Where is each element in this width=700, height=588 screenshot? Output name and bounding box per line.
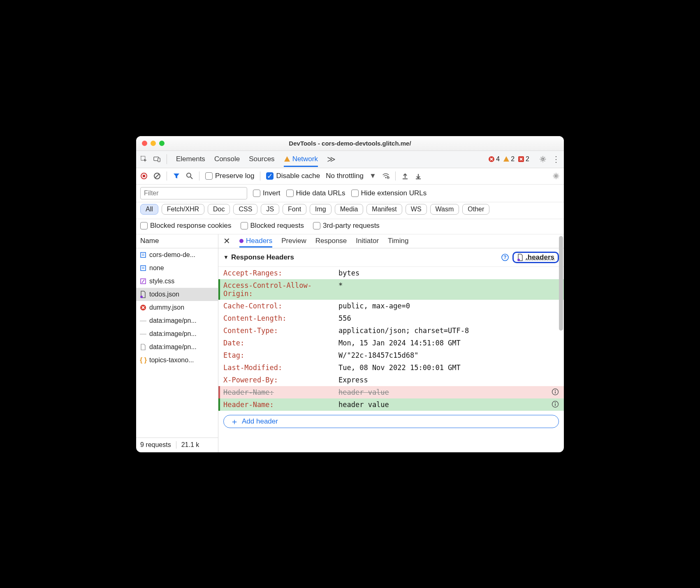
filter-pill-js[interactable]: JS [261, 204, 279, 215]
header-value: W/"22c-18457c15d68" [338, 351, 559, 359]
detail-tabs: ✕ Headers Preview Response Initiator Tim… [218, 234, 564, 248]
disable-cache-checkbox[interactable]: ✓Disable cache [266, 172, 320, 180]
request-row[interactable]: { }topics-taxono... [136, 354, 218, 367]
invert-checkbox[interactable]: Invert [253, 189, 280, 197]
info-icon[interactable] [552, 400, 559, 409]
request-count: 9 requests [140, 441, 171, 449]
tab-preview[interactable]: Preview [281, 237, 306, 245]
filter-input[interactable] [140, 187, 247, 199]
tab-console[interactable]: Console [214, 154, 240, 164]
tab-initiator[interactable]: Initiator [356, 237, 379, 245]
close-window[interactable] [142, 141, 147, 146]
svg-line-11 [190, 177, 192, 179]
request-row[interactable]: none [136, 262, 218, 275]
add-header-button[interactable]: ＋ Add header [223, 415, 559, 428]
scrollbar[interactable] [559, 236, 563, 331]
throttling-select[interactable]: No throttling [326, 172, 364, 180]
wifi-icon[interactable] [382, 172, 389, 180]
request-list: cors-demo-de...nonestyle.csstodos.jsondu… [136, 248, 218, 438]
svg-point-16 [555, 175, 557, 177]
svg-point-5 [542, 158, 544, 160]
header-value: public, max-age=0 [338, 302, 559, 310]
request-row[interactable]: —data:image/pn... [136, 327, 218, 340]
header-name: Content-Length: [223, 314, 338, 322]
response-headers-section[interactable]: ▼ Response Headers ? .headers [218, 248, 564, 267]
minimize-window[interactable] [151, 141, 156, 146]
tab-sources[interactable]: Sources [249, 154, 274, 164]
download-icon[interactable] [415, 172, 422, 180]
tab-network[interactable]: Network [284, 154, 318, 167]
info-icon[interactable] [552, 388, 559, 396]
svg-rect-2 [158, 158, 160, 162]
zoom-window[interactable] [159, 141, 165, 146]
main-toolbar: Elements Console Sources Network ≫ 4 2 2… [136, 151, 564, 168]
search-icon[interactable] [186, 172, 193, 180]
blocked-cookies-checkbox[interactable]: Blocked response cookies [140, 222, 232, 230]
hide-extension-urls-checkbox[interactable]: Hide extension URLs [351, 189, 427, 197]
svg-point-33 [555, 402, 556, 403]
request-row[interactable]: todos.json [136, 288, 218, 301]
filter-pill-fetchxhr[interactable]: Fetch/XHR [162, 204, 204, 215]
filter-pill-media[interactable]: Media [335, 204, 364, 215]
titlebar: DevTools - cors-demo-devtools.glitch.me/ [136, 136, 564, 151]
filter-pill-all[interactable]: All [140, 204, 158, 215]
filter-pill-wasm[interactable]: Wasm [430, 204, 459, 215]
record-icon[interactable] [140, 172, 148, 180]
third-party-checkbox[interactable]: 3rd-party requests [313, 222, 380, 230]
request-row[interactable]: dummy.json [136, 301, 218, 314]
filter-icon[interactable] [173, 172, 180, 180]
plus-icon: ＋ [230, 417, 239, 426]
name-column-header[interactable]: Name [136, 234, 218, 248]
kebab-icon[interactable]: ⋮ [552, 155, 560, 163]
svg-point-30 [555, 390, 556, 391]
preserve-log-checkbox[interactable]: Preserve log [205, 172, 254, 180]
warnings-badge[interactable]: 2 [503, 155, 515, 163]
transfer-size: 21.1 k [181, 441, 199, 449]
errors-badge[interactable]: 4 [488, 155, 500, 163]
filter-pill-doc[interactable]: Doc [208, 204, 230, 215]
header-value: bytes [338, 269, 559, 277]
request-name: todos.json [149, 291, 179, 298]
header-row: Cache-Control:public, max-age=0 [218, 300, 564, 312]
gear-icon[interactable] [552, 172, 560, 180]
filter-pill-img[interactable]: Img [310, 204, 331, 215]
error-icon [488, 156, 495, 162]
tab-timing[interactable]: Timing [388, 237, 408, 245]
chevron-down-icon[interactable]: ▼ [369, 172, 376, 180]
status-bar: 9 requests 21.1 k [136, 438, 218, 452]
header-value: application/json; charset=UTF-8 [338, 326, 559, 335]
close-detail-icon[interactable]: ✕ [223, 236, 230, 246]
blocked-requests-checkbox[interactable]: Blocked requests [241, 222, 304, 230]
headers-file-link[interactable]: .headers [512, 252, 559, 263]
device-icon[interactable] [153, 155, 161, 163]
filter-pill-ws[interactable]: WS [406, 204, 427, 215]
tab-headers[interactable]: Headers [239, 237, 272, 248]
filter-pill-manifest[interactable]: Manifest [366, 204, 402, 215]
header-value: Tue, 08 Nov 2022 15:00:01 GMT [338, 363, 559, 372]
request-row[interactable]: cors-demo-de... [136, 248, 218, 262]
filter-pill-css[interactable]: CSS [233, 204, 257, 215]
request-row[interactable]: style.css [136, 275, 218, 288]
blocked-badge[interactable]: 2 [518, 155, 529, 163]
inspect-icon[interactable] [140, 155, 148, 163]
more-tabs[interactable]: ≫ [327, 154, 336, 164]
header-value: Mon, 15 Jan 2024 14:51:08 GMT [338, 339, 559, 347]
request-type-icon: — [139, 330, 147, 338]
filter-toolbar: Invert Hide data URLs Hide extension URL… [136, 185, 564, 202]
tab-elements[interactable]: Elements [176, 154, 205, 164]
request-type-icon: { } [139, 357, 147, 364]
request-row[interactable]: —data:image/pn... [136, 314, 218, 327]
clear-icon[interactable] [153, 172, 161, 180]
request-row[interactable]: data:image/pn... [136, 340, 218, 354]
gear-icon[interactable] [539, 155, 547, 163]
upload-icon[interactable] [401, 172, 409, 180]
request-name: data:image/pn... [149, 317, 197, 324]
svg-point-24 [140, 296, 143, 298]
filter-pill-other[interactable]: Other [462, 204, 489, 215]
filter-pill-font[interactable]: Font [283, 204, 306, 215]
svg-point-28 [517, 259, 520, 261]
tab-response[interactable]: Response [315, 237, 347, 245]
header-name: Accept-Ranges: [223, 269, 338, 277]
help-icon[interactable]: ? [501, 253, 509, 262]
hide-data-urls-checkbox[interactable]: Hide data URLs [286, 189, 345, 197]
